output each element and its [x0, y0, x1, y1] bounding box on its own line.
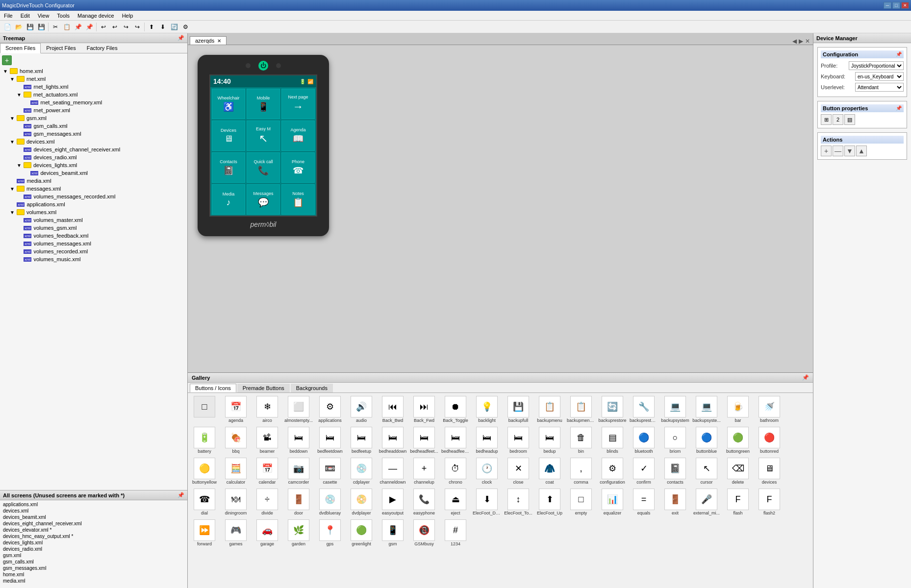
gallery-item-backuprestore[interactable]: 🔄backuprestore — [598, 395, 627, 424]
grid-btn-notes[interactable]: Notes 📋 — [281, 184, 315, 215]
tab-close-all-icon[interactable]: ✕ — [805, 38, 810, 45]
undo-button[interactable]: ↩ — [98, 22, 109, 32]
screen-item-media[interactable]: media.xml — [2, 578, 185, 584]
gallery-item-audio[interactable]: 🔊audio — [347, 395, 376, 424]
tree-item-messages[interactable]: ▼ messages.xml — [9, 185, 185, 193]
screen-item-home[interactable]: home.xml — [2, 571, 185, 578]
gallery-item-coat[interactable]: 🧥coat — [535, 457, 564, 486]
gallery-item-buttonblue[interactable]: 🔵buttonblue — [692, 426, 721, 455]
gallery-item-configuration[interactable]: ⚙configuration — [598, 457, 627, 486]
gallery-tab-backgrounds[interactable]: Backgrounds — [291, 384, 333, 392]
gallery-item-forward[interactable]: ⏩forward — [190, 518, 219, 547]
tree-item-volumes-recorded[interactable]: xml volumes_recorded.xml — [16, 247, 185, 255]
grid-btn-wheelchair[interactable]: Wheelchair ♿ — [212, 89, 245, 119]
gallery-item-easyoutput[interactable]: ▶easyoutput — [378, 488, 407, 516]
tree-item-rnet-power[interactable]: xml rnet_power.xml — [16, 106, 185, 114]
gallery-item-ElecFoot_Up[interactable]: ⬆ElecFoot_Up — [535, 488, 564, 516]
tree-item-volumes-master[interactable]: xml volumes_master.xml — [16, 216, 185, 224]
gallery-item-backupfull[interactable]: 💾backupfull — [504, 395, 533, 424]
gallery-item-chrono[interactable]: ⏱chrono — [441, 457, 470, 486]
gallery-item-Back_Toggle[interactable]: ⏺Back_Toggle — [441, 395, 470, 424]
gallery-item-diningroom[interactable]: 🍽diningroom — [221, 488, 251, 516]
gallery-item-confirm[interactable]: ✓confirm — [629, 457, 658, 486]
gallery-item-bedheadup[interactable]: 🛏bedheadup — [472, 426, 502, 455]
grid-btn-agenda[interactable]: Agenda 📖 — [281, 121, 315, 151]
gallery-item-external_mi...[interactable]: 🎤external_mi... — [692, 488, 721, 516]
tree-item-home[interactable]: ▼ home.xml — [2, 67, 185, 75]
gallery-item-bedup[interactable]: 🛏bedup — [535, 426, 564, 455]
btn-props-pin-icon[interactable]: 📌 — [896, 105, 902, 111]
menu-tools[interactable]: Tools — [53, 12, 74, 20]
tree-item-volumes-music[interactable]: xml volumes_music.xml — [16, 255, 185, 263]
tree-item-volumes-gsm[interactable]: xml volumes_gsm.xml — [16, 224, 185, 232]
gallery-item-bedroom[interactable]: 🛏bedroom — [504, 426, 533, 455]
gallery-tab-premade-buttons[interactable]: Premade Buttons — [237, 384, 290, 392]
gallery-item-dial[interactable]: ☎dial — [190, 488, 219, 516]
menu-file[interactable]: File — [0, 12, 17, 20]
gallery-item-1234[interactable]: #1234 — [441, 518, 470, 547]
grid-btn-contacts[interactable]: Contacts 📓 — [212, 152, 245, 183]
tab-close-icon[interactable]: ✕ — [217, 38, 221, 44]
gallery-item-greenlight[interactable]: 🟢greenlight — [347, 518, 376, 547]
gallery-item-door[interactable]: 🚪door — [284, 488, 313, 516]
download-button[interactable]: ⬇ — [157, 22, 168, 32]
bp-btn-3[interactable]: ▤ — [844, 114, 855, 125]
gallery-item-backupmenu[interactable]: 📋backupmenu — [535, 395, 564, 424]
tree-item-gsm-calls[interactable]: xml gsm_calls.xml — [16, 122, 185, 130]
add-screen-button[interactable]: + — [2, 55, 12, 65]
screen-item-devices-lights[interactable]: devices_lights.xml — [2, 539, 185, 546]
phone-power-button[interactable]: ⏻ — [258, 61, 268, 71]
gallery-item-applications[interactable]: ⚙applications — [315, 395, 345, 424]
gallery-item-delete[interactable]: ⌫delete — [723, 457, 753, 486]
gallery-item-blinds[interactable]: ▤blinds — [598, 426, 627, 455]
screen-item-devices-eight[interactable]: devices_eight_channel_receiver.xml — [2, 520, 185, 527]
action-add-button[interactable]: + — [821, 146, 832, 156]
gallery-item-calculator[interactable]: 🧮calculator — [221, 457, 251, 486]
tree-tab-factory-files[interactable]: Factory Files — [81, 43, 123, 53]
gallery-item-backupmenu...[interactable]: 📋backupmenu... — [566, 395, 596, 424]
gallery-item-gps[interactable]: 📍gps — [315, 518, 345, 547]
grid-btn-phone[interactable]: Phone ☎ — [281, 152, 315, 183]
gallery-item-Back_Bwd[interactable]: ⏮Back_Bwd — [378, 395, 407, 424]
tree-item-applications[interactable]: xml applications.xml — [9, 200, 185, 208]
extra-button[interactable]: ⚙ — [180, 22, 191, 32]
gallery-item-easyphone[interactable]: 📞easyphone — [409, 488, 439, 516]
gallery-item-flash[interactable]: Fflash — [723, 488, 753, 516]
gallery-item-bedheadfeetup[interactable]: 🛏bedheadfeetup — [441, 426, 470, 455]
menu-help[interactable]: Help — [118, 12, 137, 20]
screen-item-gsm[interactable]: gsm.xml — [2, 552, 185, 559]
keyboard-select[interactable]: en-us_Keyboard — [855, 72, 904, 81]
gallery-item-empty[interactable]: □ — [190, 395, 219, 424]
paste2-button[interactable]: 📌 — [84, 22, 95, 32]
redo-button[interactable]: ↪ — [121, 22, 131, 32]
redo2-button[interactable]: ↪ — [132, 22, 143, 32]
tab-nav-right-icon[interactable]: ▶ — [799, 38, 803, 45]
gallery-item-cdplayer[interactable]: 💿cdplayer — [347, 457, 376, 486]
gallery-item-equalizer[interactable]: 📊equalizer — [598, 488, 627, 516]
gallery-item-agenda[interactable]: 📅agenda — [221, 395, 251, 424]
gallery-item-bluetooth[interactable]: 🔵bluetooth — [629, 426, 658, 455]
grid-btn-nextpage[interactable]: Next page → — [281, 89, 315, 119]
gallery-item-empty[interactable]: □empty — [566, 488, 596, 516]
minimize-button[interactable]: ─ — [884, 2, 891, 9]
menu-manage-device[interactable]: Manage device — [74, 12, 118, 20]
tree-item-devices[interactable]: ▼ devices.xml — [9, 138, 185, 146]
treemap-pin-icon[interactable]: 📌 — [177, 35, 184, 41]
tree-item-media[interactable]: xml media.xml — [9, 177, 185, 185]
gallery-item-backuprestor...[interactable]: 🔧backuprestor... — [629, 395, 658, 424]
tree-item-devices-radio[interactable]: xml devices_radio.xml — [16, 153, 185, 161]
gallery-item-ElecFoot_To...[interactable]: ↕ElecFoot_To... — [504, 488, 533, 516]
save-all-button[interactable]: 💾 — [36, 22, 47, 32]
gallery-item-gsm[interactable]: 📱gsm — [378, 518, 407, 547]
gallery-item-dvdplayer[interactable]: 📀dvdplayer — [347, 488, 376, 516]
screen-item-devices-beamit[interactable]: devices_beamit.xml — [2, 514, 185, 520]
open-button[interactable]: 📂 — [13, 22, 24, 32]
tree-item-rnet-lights[interactable]: xml rnet_lights.xml — [16, 83, 185, 91]
tree-tab-project-files[interactable]: Project Files — [41, 43, 81, 53]
gallery-item-ElecFoot_Down[interactable]: ⬇ElecFoot_Down — [472, 488, 502, 516]
gallery-item-divide[interactable]: ÷divide — [253, 488, 282, 516]
screen-item-devices-radio[interactable]: devices_radio.xml — [2, 546, 185, 552]
grid-btn-mobile[interactable]: Mobile 📱 — [247, 89, 280, 119]
phone-right-button[interactable] — [276, 63, 281, 68]
screen-item-gsm-calls[interactable]: gsm_calls.xml — [2, 559, 185, 565]
